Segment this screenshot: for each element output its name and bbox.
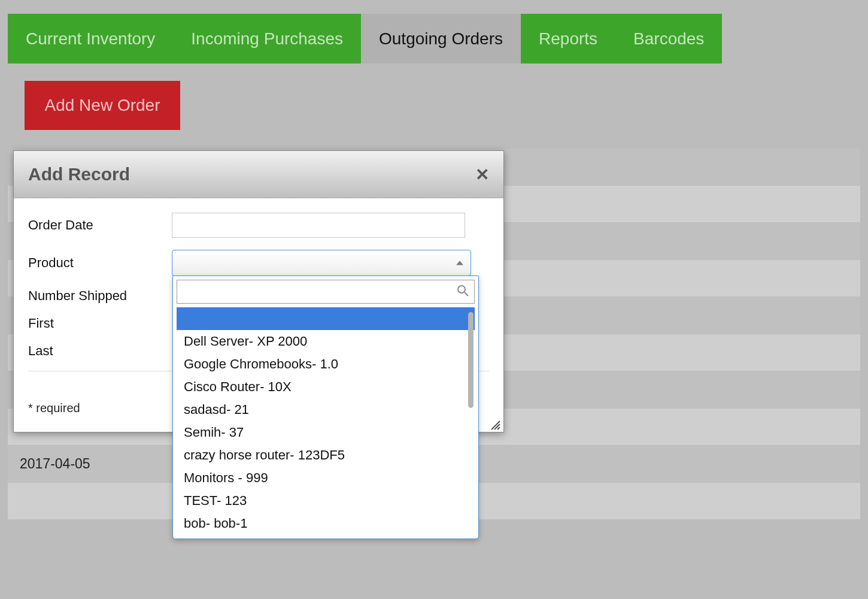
tab-barcodes[interactable]: Barcodes	[615, 14, 722, 63]
product-field-wrap	[172, 250, 489, 276]
product-dropdown-panel: Dell Server- XP 2000 Google Chromebooks-…	[172, 276, 479, 539]
tab-current-inventory[interactable]: Current Inventory	[8, 14, 173, 63]
tab-outgoing-orders[interactable]: Outgoing Orders	[361, 14, 521, 63]
dropdown-option[interactable]: Dell Server- XP 2000	[177, 330, 475, 353]
add-new-order-button[interactable]: Add New Order	[25, 81, 180, 130]
tab-incoming-purchases[interactable]: Incoming Purchases	[173, 14, 361, 63]
svg-point-0	[458, 286, 465, 293]
product-select[interactable]	[172, 250, 471, 276]
order-date-input[interactable]	[172, 213, 465, 238]
dropdown-option[interactable]: Google Chromebooks- 1.0	[177, 353, 475, 376]
dropdown-search-input[interactable]	[177, 280, 475, 304]
chevron-up-icon	[456, 261, 463, 265]
dialog-title: Add Record	[28, 164, 130, 184]
form-row-product: Product	[28, 250, 489, 276]
number-shipped-label: Number Shipped	[28, 288, 172, 304]
order-date-label: Order Date	[28, 217, 172, 233]
svg-line-1	[465, 292, 468, 296]
dropdown-option[interactable]: Monitors - 999	[177, 467, 475, 489]
top-gap	[0, 0, 868, 14]
dropdown-search-wrap	[177, 280, 475, 304]
dropdown-scrollbar[interactable]	[468, 312, 474, 408]
first-label: First	[28, 316, 172, 331]
order-date-field-wrap	[172, 213, 489, 238]
resize-handle-icon[interactable]	[490, 420, 501, 431]
form-row-order-date: Order Date	[28, 213, 489, 238]
last-label: Last	[28, 343, 172, 359]
dialog-header: Add Record ✕	[14, 151, 503, 198]
tab-gap	[0, 14, 8, 63]
dropdown-list: Dell Server- XP 2000 Google Chromebooks-…	[177, 307, 475, 535]
product-label: Product	[28, 255, 172, 271]
dropdown-option[interactable]: sadasd- 21	[177, 398, 475, 421]
dropdown-option[interactable]: crazy horse router- 123DF5	[177, 444, 475, 467]
dropdown-option[interactable]: TEST- 123	[177, 489, 475, 512]
tab-bar: Current Inventory Incoming Purchases Out…	[0, 14, 868, 63]
dropdown-option[interactable]: Cisco Router- 10X	[177, 376, 475, 398]
tab-reports[interactable]: Reports	[521, 14, 615, 63]
dropdown-option-blank[interactable]	[177, 307, 475, 330]
search-icon	[457, 285, 469, 299]
dropdown-option[interactable]: Semih- 37	[177, 421, 475, 444]
dropdown-option[interactable]: bob- bob-1	[177, 512, 475, 535]
close-icon[interactable]: ✕	[475, 165, 489, 184]
